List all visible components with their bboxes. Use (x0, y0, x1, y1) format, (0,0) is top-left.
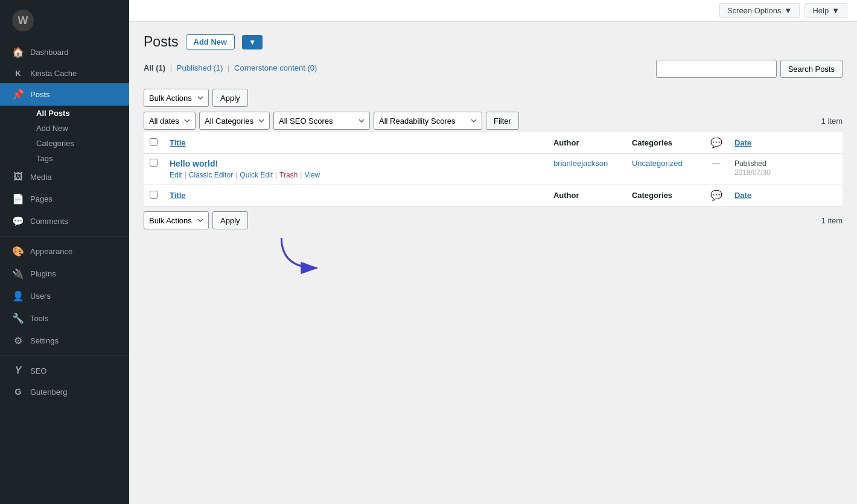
table-row: Hello world! Edit | Classic Editor | Qui… (144, 154, 843, 185)
filter-published-link[interactable]: Published (1) (177, 63, 225, 72)
row-comments-cell: — (704, 154, 728, 185)
sidebar-item-label: Users (30, 292, 51, 301)
sidebar-item-media[interactable]: 🖼 Media (0, 166, 129, 188)
sidebar-item-label: Tools (30, 314, 48, 323)
footer-author-col: Author (547, 185, 626, 206)
help-chevron-icon: ▼ (832, 6, 839, 15)
sidebar-item-posts[interactable]: 📌 Posts (0, 83, 129, 106)
sidebar-item-gutenberg[interactable]: G Gutenberg (0, 381, 129, 402)
sidebar-item-label: Dashboard (30, 48, 69, 57)
media-icon: 🖼 (12, 171, 24, 182)
edit-link[interactable]: Edit (170, 171, 182, 179)
category-link[interactable]: Uncategorized (632, 159, 683, 168)
classic-editor-link[interactable]: Classic Editor (189, 171, 233, 179)
header-date-col: Date (728, 132, 843, 154)
help-label: Help (812, 6, 829, 15)
all-dates-select[interactable]: All dates (144, 112, 196, 130)
sidebar-item-plugins[interactable]: 🔌 Plugins (0, 263, 129, 285)
footer-checkbox[interactable] (150, 191, 158, 199)
date-value: 2018/07/30 (734, 168, 771, 177)
sidebar-item-comments[interactable]: 💬 Comments (0, 210, 129, 232)
row-author-cell: brianleejackson (547, 154, 626, 185)
screen-options-button[interactable]: Screen Options ▼ (719, 3, 800, 18)
footer-title-sort-link[interactable]: Title (170, 191, 186, 200)
filter-all-link[interactable]: All (1) (144, 63, 168, 72)
users-icon: 👤 (12, 290, 24, 302)
main-content: Screen Options ▼ Help ▼ Posts Add New ▼ … (129, 0, 857, 504)
action-sep-4: | (300, 171, 302, 179)
header-title-col: Title (164, 132, 547, 154)
pages-icon: 📄 (12, 193, 24, 205)
header-checkbox-col (144, 132, 164, 154)
sidebar-sub-categories[interactable]: Categories (30, 136, 129, 151)
title-sort-link[interactable]: Title (170, 138, 186, 147)
bulk-actions-select-top[interactable]: Bulk Actions (144, 89, 209, 107)
posts-icon: 📌 (12, 89, 24, 100)
sidebar-sub-add-new[interactable]: Add New (30, 121, 129, 136)
blue-arrow-annotation (276, 226, 337, 280)
add-new-button[interactable]: Add New (186, 34, 235, 49)
appearance-icon: 🎨 (12, 246, 24, 257)
add-new-dropdown-button[interactable]: ▼ (242, 35, 263, 49)
row-actions: Edit | Classic Editor | Quick Edit | Tra… (170, 171, 541, 179)
row-categories-cell: Uncategorized (626, 154, 704, 185)
sidebar-item-settings[interactable]: ⚙ Settings (0, 330, 129, 352)
help-button[interactable]: Help ▼ (804, 3, 847, 18)
footer-categories-col: Categories (626, 185, 704, 206)
apply-button-bottom[interactable]: Apply (212, 211, 248, 229)
date-sort-link[interactable]: Date (734, 138, 751, 147)
gutenberg-icon: G (12, 387, 24, 397)
sidebar-item-appearance[interactable]: 🎨 Appearance (0, 240, 129, 263)
footer-comments-col: 💬 (704, 185, 728, 206)
sidebar-divider-1 (0, 236, 129, 237)
sidebar-item-kinsta-cache[interactable]: K Kinsta Cache (0, 63, 129, 83)
trash-link[interactable]: Trash (279, 171, 298, 179)
sidebar-sub-all-posts[interactable]: All Posts (30, 106, 129, 121)
sidebar-item-label: Appearance (30, 247, 72, 256)
action-sep-3: | (275, 171, 277, 179)
author-link[interactable]: brianleejackson (553, 159, 608, 168)
posts-table: Title Author Categories 💬 Date (144, 132, 843, 206)
posts-submenu: All Posts Add New Categories Tags (0, 106, 129, 166)
all-categories-select[interactable]: All Categories (199, 112, 270, 130)
sidebar-sub-tags[interactable]: Tags (30, 151, 129, 166)
table-footer-row: Title Author Categories 💬 Date (144, 185, 843, 206)
filter-button[interactable]: Filter (486, 112, 519, 130)
sidebar-item-seo[interactable]: Y SEO (0, 360, 129, 381)
settings-icon: ⚙ (12, 335, 24, 346)
filter-links: All (1) | Published (1) | Cornerstone co… (144, 63, 317, 72)
filter-sep-2: | (228, 63, 232, 72)
all-seo-select[interactable]: All SEO Scores (273, 112, 370, 130)
topbar: Screen Options ▼ Help ▼ (129, 0, 857, 22)
sidebar-item-label: Kinsta Cache (30, 69, 77, 78)
bulk-actions-select-bottom[interactable]: Bulk Actions (144, 211, 209, 229)
wp-logo-icon: W (12, 10, 34, 31)
header-author-col: Author (547, 132, 626, 154)
page-title: Posts (144, 34, 179, 50)
quick-edit-link[interactable]: Quick Edit (240, 171, 273, 179)
select-all-checkbox[interactable] (150, 138, 158, 146)
apply-button-top[interactable]: Apply (212, 89, 248, 107)
all-readability-select[interactable]: All Readability Scores (374, 112, 482, 130)
sidebar-item-dashboard[interactable]: 🏠 Dashboard (0, 41, 129, 63)
action-sep-1: | (185, 171, 186, 179)
footer-date-sort-link[interactable]: Date (734, 191, 751, 200)
view-link[interactable]: View (304, 171, 320, 179)
filter-cornerstone-link[interactable]: Cornerstone content (0) (234, 63, 317, 72)
sidebar-item-pages[interactable]: 📄 Pages (0, 188, 129, 210)
row-date-cell: Published 2018/07/30 (728, 154, 843, 185)
sidebar-item-users[interactable]: 👤 Users (0, 285, 129, 307)
tools-icon: 🔧 (12, 313, 24, 324)
row-checkbox[interactable] (150, 159, 158, 167)
bottom-toolbar: Bulk Actions Apply 1 item (144, 211, 843, 229)
date-published-label: Published (734, 159, 766, 168)
post-title-link[interactable]: Hello world! (170, 159, 218, 168)
sidebar-item-tools[interactable]: 🔧 Tools (0, 307, 129, 330)
footer-checkbox-col (144, 185, 164, 206)
sidebar-item-label: Pages (30, 194, 53, 203)
row-checkbox-cell (144, 154, 164, 185)
search-input[interactable] (656, 60, 777, 78)
search-posts-button[interactable]: Search Posts (780, 60, 843, 78)
footer-comments-icon: 💬 (710, 190, 722, 200)
table-header-row: Title Author Categories 💬 Date (144, 132, 843, 154)
